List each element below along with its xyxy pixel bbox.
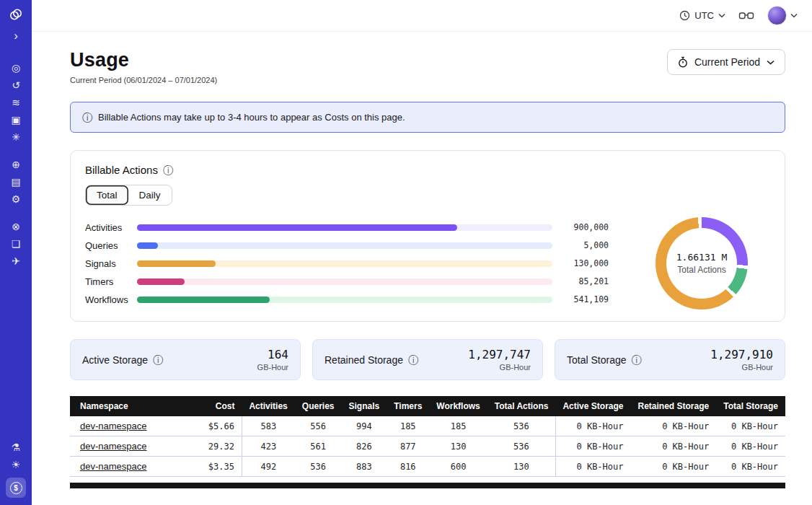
column-header-timers: Timers: [387, 396, 429, 416]
integrations-icon[interactable]: ⊗: [0, 218, 32, 235]
clock-icon: [679, 10, 690, 21]
signals-bar-track: [137, 260, 552, 267]
table-cell: 0 KB-Hour: [716, 436, 785, 457]
table-cell: 0 KB-Hour: [555, 457, 630, 477]
namespace-cell: dev-namespace: [70, 436, 190, 457]
table-cell: 600: [429, 457, 487, 477]
activities-bar-track: [137, 224, 552, 231]
donut-ring: 1.66131 M Total Actions: [656, 217, 748, 309]
storage-summary-row: Active Storage ⓘ 164 GB-Hour Retained St…: [70, 339, 785, 380]
chevron-down-icon: [767, 60, 775, 65]
timezone-selector[interactable]: UTC: [679, 10, 725, 21]
bar-row-workflows: Workflows541,109: [85, 291, 609, 309]
namespace-cell: dev-namespace: [70, 457, 190, 477]
queries-bar-fill: [137, 242, 158, 249]
billable-actions-info-banner: ⓘ Billable Actions may take up to 3-4 ho…: [70, 102, 785, 133]
table-cell: 29.32: [190, 436, 242, 457]
bar-row-signals: Signals130,000: [85, 255, 609, 273]
namespace-link[interactable]: dev-namespace: [80, 461, 147, 472]
table-cell: 185: [429, 416, 487, 436]
table-cell: 492: [242, 457, 294, 477]
table-cell: 0 KB-Hour: [630, 416, 716, 436]
namespace-usage-table: NamespaceCostActivitiesQueriesSignalsTim…: [70, 396, 785, 488]
usage-billing-icon[interactable]: $: [6, 478, 26, 498]
donut-chart: 1.66131 M Total Actions: [633, 217, 770, 309]
table-cell: 0 KB-Hour: [555, 416, 630, 436]
table-cell: $3.35: [190, 457, 242, 477]
collapse-sidebar-icon[interactable]: ›: [0, 27, 32, 45]
history-icon[interactable]: ↺: [0, 76, 32, 94]
billable-actions-title: Billable Actions: [85, 164, 158, 176]
billable-actions-card: Billable Actions ⓘ Total Daily Activitie…: [70, 150, 785, 322]
namespace-link[interactable]: dev-namespace: [80, 421, 147, 431]
bar-chart: Activities900,000Queries5,000Signals130,…: [85, 219, 609, 309]
sidebar-nav-groups: ◎↺≋▣✳⊕▤⚙⊗❏✈: [0, 49, 32, 270]
nexus-icon[interactable]: ✳: [0, 128, 32, 146]
table-cell: 583: [242, 416, 294, 436]
docs-icon[interactable]: ❏: [0, 235, 32, 252]
info-icon[interactable]: ⓘ: [163, 165, 173, 175]
sidebar: › ◎↺≋▣✳⊕▤⚙⊗❏✈ ⚗☀ $: [0, 0, 32, 505]
stopwatch-icon: [678, 56, 688, 68]
billable-actions-tabs: Total Daily: [85, 185, 172, 206]
active-storage-card: Active Storage ⓘ 164 GB-Hour: [70, 339, 301, 380]
table-cell: 423: [242, 436, 294, 457]
column-header-retained-storage: Retained Storage: [630, 396, 716, 416]
table-cell: 556: [295, 416, 342, 436]
table-cell: 536: [295, 457, 342, 477]
tab-daily[interactable]: Daily: [128, 185, 172, 205]
table-cell: 994: [342, 416, 387, 436]
tab-total[interactable]: Total: [86, 185, 128, 205]
temporal-logo[interactable]: [0, 6, 32, 23]
timezone-label: UTC: [694, 10, 714, 21]
dollar-icon: $: [10, 482, 22, 494]
theme-icon[interactable]: ☀: [0, 456, 32, 473]
period-selector-button[interactable]: Current Period: [667, 49, 785, 75]
table-cell: 0 KB-Hour: [716, 457, 785, 477]
account-menu[interactable]: [767, 6, 798, 25]
bar-label: Queries: [85, 240, 137, 251]
column-header-namespace: Namespace: [70, 396, 190, 416]
labs-icon[interactable]: ⚗: [0, 439, 32, 456]
column-header-queries: Queries: [295, 396, 342, 416]
namespace-link[interactable]: dev-namespace: [80, 441, 147, 452]
table-cell: 826: [342, 436, 387, 457]
active-storage-value: 164: [257, 348, 288, 361]
workflows-bar-fill: [137, 297, 270, 303]
settings-icon[interactable]: ⚙: [0, 190, 32, 208]
column-header-workflows: Workflows: [429, 396, 487, 416]
queries-bar-track: [137, 242, 552, 249]
retained-storage-value: 1,297,747: [468, 348, 531, 361]
glasses-icon[interactable]: [738, 11, 754, 21]
table-row: dev-namespace29.324235618268771305360 KB…: [70, 436, 785, 457]
info-icon[interactable]: ⓘ: [408, 355, 418, 365]
total-actions-value: 1.66131 M: [676, 252, 727, 263]
billing-icon[interactable]: ▤: [0, 173, 32, 190]
table-cell: 0 KB-Hour: [630, 436, 716, 457]
bar-label: Workflows: [85, 294, 137, 305]
bar-label: Signals: [85, 258, 137, 269]
stack-icon[interactable]: ≋: [0, 94, 32, 111]
info-icon[interactable]: ⓘ: [153, 355, 163, 365]
table-cell: 816: [387, 457, 429, 477]
deployments-icon[interactable]: ▣: [0, 111, 32, 128]
period-button-label: Current Period: [694, 56, 760, 68]
signals-bar-fill: [137, 260, 216, 267]
page-title: Usage: [70, 49, 217, 71]
table-cell: 0 KB-Hour: [630, 457, 716, 477]
info-icon: ⓘ: [82, 113, 92, 123]
namespaces-icon[interactable]: ◎: [0, 59, 32, 76]
current-period-subtitle: Current Period (06/01/2024 – 07/01/2024): [70, 76, 217, 84]
support-icon[interactable]: ✈: [0, 252, 32, 270]
chevron-down-icon: [790, 13, 798, 18]
table-cell: 0 KB-Hour: [716, 416, 785, 436]
bar-value: 5,000: [562, 240, 609, 250]
timers-bar-fill: [137, 278, 185, 285]
table-cell: 0 KB-Hour: [555, 436, 630, 457]
topbar: UTC: [32, 0, 812, 32]
info-icon[interactable]: ⓘ: [632, 355, 642, 365]
column-header-active-storage: Active Storage: [555, 396, 630, 416]
globe-icon[interactable]: ⊕: [0, 156, 32, 173]
table-cell: 130: [429, 436, 487, 457]
avatar: [767, 6, 787, 25]
